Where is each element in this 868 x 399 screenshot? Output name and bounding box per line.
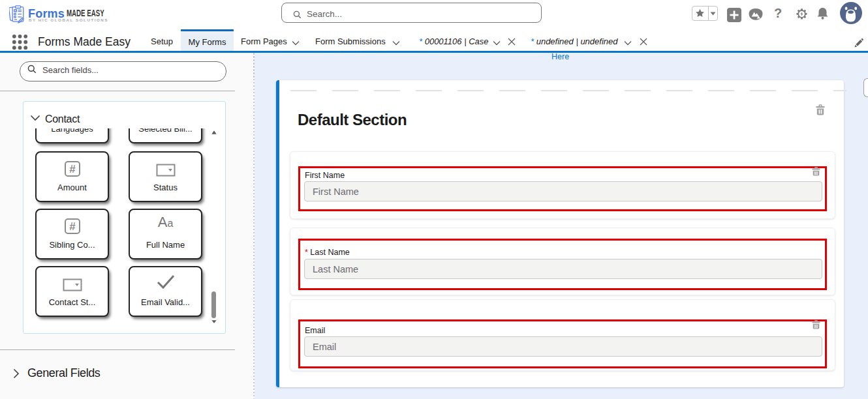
svg-text:#: #: [69, 163, 76, 175]
svg-text:#: #: [69, 220, 76, 233]
